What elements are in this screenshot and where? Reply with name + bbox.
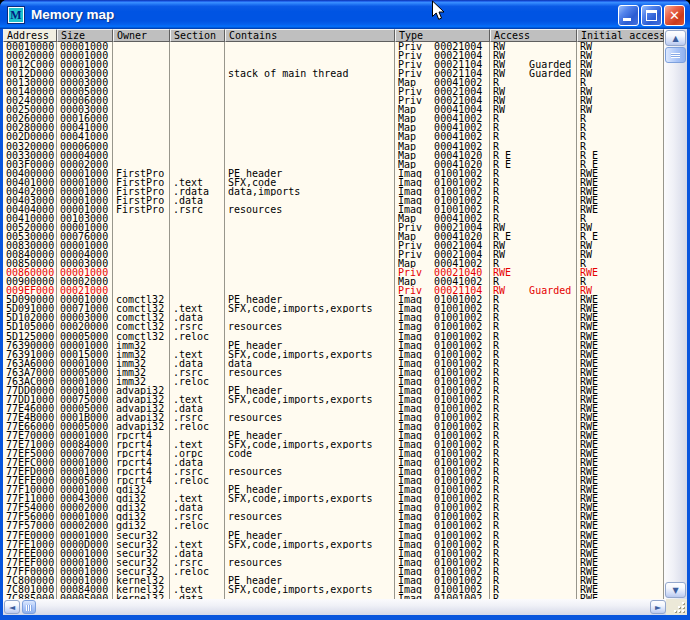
table-row[interactable]: 77FE10000000D000secur32.textSFX,code,imp…: [3, 540, 664, 549]
table-row[interactable]: 77EFE00000005000rpcrt4.relocImag 0100100…: [3, 476, 664, 485]
table-row[interactable]: 0040200000001000FirstPro.rdatadata,impor…: [3, 187, 664, 196]
table-row[interactable]: 0032000000006000Map 00041002RR: [3, 142, 664, 151]
table-row[interactable]: 5D09000000001000comctl32PE headerImag 01…: [3, 295, 664, 304]
table-row[interactable]: 0014000000005000Priv 00021004RWRW: [3, 87, 664, 96]
scroll-left-icon[interactable]: [4, 600, 20, 614]
horizontal-scroll-thumb[interactable]: [22, 600, 36, 614]
scroll-right-icon[interactable]: [650, 600, 666, 614]
column-header-initial_access[interactable]: Initial access: [577, 29, 664, 42]
table-row[interactable]: 0040100000001000FirstPro.textSFX,codeIma…: [3, 178, 664, 187]
column-header-size[interactable]: Size: [57, 29, 113, 42]
column-header-section[interactable]: Section: [170, 29, 225, 42]
table-row[interactable]: 0040000000001000FirstProPE headerImag 01…: [3, 169, 664, 178]
table-row[interactable]: 0041000000103000Map 00041002RR: [3, 214, 664, 223]
vertical-scroll-thumb[interactable]: [665, 47, 686, 63]
table-row[interactable]: 77F5600000001000gdi32.rsrcresourcesImag …: [3, 512, 664, 521]
column-header-contains[interactable]: Contains: [225, 29, 395, 42]
table-row[interactable]: 77E4B0000001B000advapi32.rsrcresourcesIm…: [3, 413, 664, 422]
table-row[interactable]: 0052000000001000Priv 00021004RWRW: [3, 223, 664, 232]
table-row[interactable]: 77EFD00000001000rpcrt4.rsrcresourcesImag…: [3, 467, 664, 476]
table-row[interactable]: 5D09100000071000comctl32.textSFX,code,im…: [3, 304, 664, 313]
table-row[interactable]: 0033000000004000Map 00041020R ER E: [3, 151, 664, 160]
cell-owner: imm32: [113, 341, 170, 350]
table-row[interactable]: 0085000000003000Map 00041002RR: [3, 259, 664, 268]
table-row[interactable]: 77FEF00000001000secur32.rsrcresourcesIma…: [3, 558, 664, 567]
table-row[interactable]: 0040300000001000FirstPro.dataImag 010010…: [3, 196, 664, 205]
table-row[interactable]: 77EFC00000001000rpcrt4.dataImag 01001002…: [3, 458, 664, 467]
cell-size: 00001000: [57, 458, 113, 467]
cell-initial_access: RW: [577, 51, 664, 60]
cell-address: 00900000: [3, 277, 57, 286]
table-row[interactable]: 0028000000041000Map 00041002RR: [3, 123, 664, 132]
vertical-scrollbar[interactable]: [664, 29, 687, 599]
cell-owner: secur32: [113, 567, 170, 576]
cell-initial_access: RWE: [577, 413, 664, 422]
table-row[interactable]: 0040400000001000FirstPro.rsrcresourcesIm…: [3, 205, 664, 214]
table-row[interactable]: 003F000000002000Map 00041020R ER E: [3, 160, 664, 169]
table-row[interactable]: 77E6600000005000advapi32.relocImag 01001…: [3, 422, 664, 431]
table-row[interactable]: 77FEE00000001000secur32.dataImag 0100100…: [3, 549, 664, 558]
cell-access: R: [490, 404, 577, 413]
resize-grip[interactable]: [666, 599, 687, 615]
table-row[interactable]: 0013000000003000Map 00041002RR: [3, 78, 664, 87]
table-row[interactable]: 77FE000000001000secur32PE headerImag 010…: [3, 531, 664, 540]
window-menu-icon[interactable]: M: [8, 7, 24, 23]
column-header-type[interactable]: Type: [395, 29, 490, 42]
table-row[interactable]: 763A600000001000imm32.datadataImag 01001…: [3, 359, 664, 368]
table-row[interactable]: 77F5700000002000gdi32.relocImag 01001002…: [3, 521, 664, 530]
table-row[interactable]: 0024000000006000Priv 00021004RWRW: [3, 96, 664, 105]
cell-access: R: [490, 114, 577, 123]
table-row[interactable]: 5D12500000005000comctl32.relocImag 01001…: [3, 332, 664, 341]
maximize-button[interactable]: [641, 5, 662, 26]
title-bar[interactable]: M Memory map: [0, 0, 690, 29]
table-row[interactable]: 763AC00000001000imm32.relocImag 01001002…: [3, 377, 664, 386]
table-row[interactable]: 77DD100000075000advapi32.textSFX,code,im…: [3, 395, 664, 404]
table-row[interactable]: 77F1000000001000gdi32PE headerImag 01001…: [3, 485, 664, 494]
table-row[interactable]: 5D10200000003000comctl32.dataImag 010010…: [3, 313, 664, 322]
table-row[interactable]: 77DD000000001000advapi32PE headerImag 01…: [3, 386, 664, 395]
table-row[interactable]: 77E7000000001000rpcrt4PE headerImag 0100…: [3, 431, 664, 440]
cell-size: 00001000: [57, 205, 113, 214]
table-row[interactable]: 763A700000005000imm32.rsrcresourcesImag …: [3, 368, 664, 377]
cell-owner: comctl32: [113, 295, 170, 304]
cell-initial_access: RWE: [577, 341, 664, 350]
cell-size: 00003000: [57, 313, 113, 322]
cell-contains: [225, 105, 395, 114]
table-row[interactable]: 77FF000000001000secur32.relocImag 010010…: [3, 567, 664, 576]
table-row[interactable]: 0002000000001000Priv 00021004RWRW: [3, 51, 664, 60]
close-button[interactable]: [664, 5, 685, 26]
column-header-access[interactable]: Access: [490, 29, 577, 42]
table-row[interactable]: 77E4600000005000advapi32.dataImag 010010…: [3, 404, 664, 413]
table-row[interactable]: 009EF00000021000Priv 00021104RW GuardedR…: [3, 286, 664, 295]
table-row[interactable]: 002D000000041000Map 00041002RR: [3, 132, 664, 141]
table-row[interactable]: 0090000000002000Map 00041002RR: [3, 277, 664, 286]
table-row[interactable]: 7639100000015000imm32.textSFX,code,impor…: [3, 350, 664, 359]
horizontal-scrollbar[interactable]: [3, 599, 687, 615]
table-row[interactable]: 0053000000076000Map 00041020R ER E: [3, 232, 664, 241]
table-row[interactable]: 0084000000004000Priv 00021004RWRW: [3, 250, 664, 259]
cell-contains: [225, 259, 395, 268]
table-row[interactable]: 77E7100000084000rpcrt4.textSFX,code,impo…: [3, 440, 664, 449]
scroll-down-icon[interactable]: [665, 582, 686, 598]
table-row[interactable]: 0001000000001000Priv 00021004RWRW: [3, 42, 664, 51]
table-row[interactable]: 77EF500000007000rpcrt4.orpccodeImag 0100…: [3, 449, 664, 458]
table-row[interactable]: 0086000000001000Priv 00021040RWERWE: [3, 268, 664, 277]
table-row[interactable]: 77F5400000002000gdi32.dataImag 01001002R…: [3, 503, 664, 512]
table-row[interactable]: 7C80100000084000kernel32.textSFX,code,im…: [3, 585, 664, 594]
scroll-up-icon[interactable]: [665, 30, 686, 46]
cell-address: 00320000: [3, 142, 57, 151]
table-row[interactable]: 77F1100000043000gdi32.textSFX,code,impor…: [3, 494, 664, 503]
table-row[interactable]: 0026000000016000Map 00041002RR: [3, 114, 664, 123]
table-row[interactable]: 0012D00000003000stack of main threadPriv…: [3, 69, 664, 78]
cell-access: R E: [490, 151, 577, 160]
column-header-owner[interactable]: Owner: [113, 29, 170, 42]
table-row[interactable]: 5D10500000020000comctl32.rsrcresourcesIm…: [3, 322, 664, 331]
table-row[interactable]: 0012C00000001000Priv 00021104RW GuardedR…: [3, 60, 664, 69]
table-row[interactable]: 7C80000000001000kernel32PE headerImag 01…: [3, 576, 664, 585]
cell-owner: advapi32: [113, 386, 170, 395]
table-row[interactable]: 0083000000001000Priv 00021004RWRW: [3, 241, 664, 250]
table-row[interactable]: 7639000000001000imm32PE headerImag 01001…: [3, 341, 664, 350]
table-row[interactable]: 0025000000003000Map 00041004RWRW: [3, 105, 664, 114]
minimize-button[interactable]: [618, 5, 639, 26]
column-header-address[interactable]: Address: [3, 29, 57, 42]
